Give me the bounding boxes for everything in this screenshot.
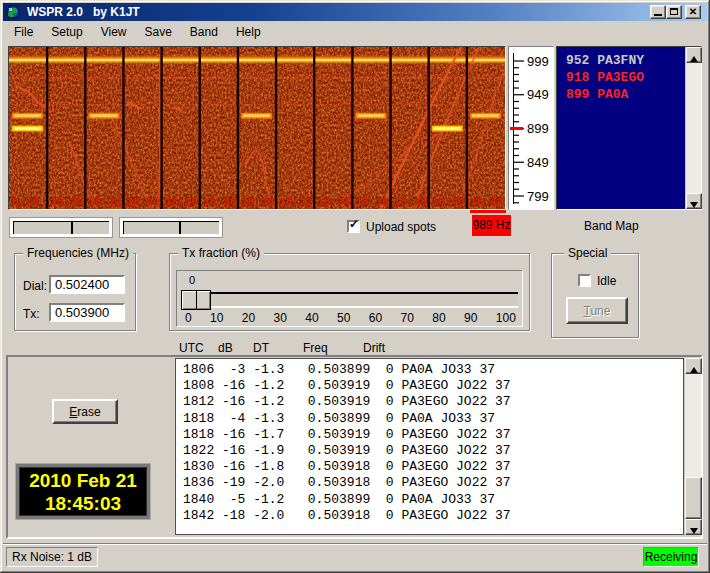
menu-bar: FileSetupViewSaveBandHelp bbox=[3, 21, 707, 43]
tx-fraction-tick: 30 bbox=[274, 311, 287, 325]
tx-fraction-thumb[interactable] bbox=[181, 290, 211, 310]
slider-thumb[interactable] bbox=[71, 222, 73, 234]
tx-fraction-slider[interactable]: 0 0102030405060708090100 bbox=[176, 270, 523, 327]
tx-fraction-value: 0 bbox=[189, 274, 195, 286]
decode-row[interactable]: 1818 -16 -1.7 0.503919 0 PA3EGO JO22 37 bbox=[183, 427, 683, 443]
decode-row[interactable]: 1842 -18 -2.0 0.503918 0 PA3EGO JO22 37 bbox=[183, 508, 683, 524]
minimize-button[interactable] bbox=[650, 5, 666, 19]
waterfall-time-label: 18:22 bbox=[88, 196, 121, 208]
scrollbar-thumb[interactable] bbox=[685, 477, 702, 519]
band-map-scrollbar[interactable] bbox=[685, 47, 701, 209]
triangle-up-icon bbox=[690, 367, 698, 373]
waterfall-time-label: 18:24 bbox=[126, 196, 159, 208]
tx-fraction-tick: 90 bbox=[464, 311, 477, 325]
erase-button[interactable]: Erase bbox=[52, 399, 118, 424]
window-title: WSPR 2.0 by K1JT bbox=[27, 5, 140, 19]
waterfall-time-label: 18:38 bbox=[394, 196, 427, 208]
svg-text:899: 899 bbox=[527, 121, 549, 136]
rx-freq-marker-line bbox=[470, 210, 506, 213]
menu-item-band[interactable]: Band bbox=[181, 21, 227, 43]
band-map-label: Band Map bbox=[584, 219, 639, 233]
tx-fraction-tick: 40 bbox=[305, 311, 318, 325]
tx-frequency-field[interactable] bbox=[49, 303, 125, 322]
maximize-icon bbox=[670, 8, 678, 15]
idle-checkbox[interactable]: ✓ bbox=[578, 274, 591, 287]
rx-noise-status: Rx Noise: 1 dB bbox=[6, 547, 98, 567]
svg-text:799: 799 bbox=[527, 189, 549, 204]
tx-fraction-group: Tx fraction (%) 0 0102030405060708090100 bbox=[169, 253, 530, 331]
waterfall-time-label: 18:26 bbox=[165, 196, 198, 208]
close-icon: ✕ bbox=[686, 6, 700, 18]
waterfall-svg bbox=[9, 47, 505, 209]
close-button[interactable]: ✕ bbox=[685, 5, 701, 19]
waterfall[interactable]: 8:1818:2018:2218:2418:2618:2818:3018:321… bbox=[8, 46, 506, 210]
dial-frequency-field[interactable] bbox=[49, 275, 125, 294]
triangle-down-icon bbox=[690, 528, 698, 534]
menu-item-save[interactable]: Save bbox=[136, 21, 181, 43]
band-map-entry[interactable]: 952 PA3FNY bbox=[566, 52, 685, 69]
waterfall-time-label: 18:28 bbox=[203, 196, 236, 208]
slider-thumb[interactable] bbox=[179, 222, 181, 234]
waterfall-time-label: 18:36 bbox=[355, 196, 388, 208]
decode-scrollbar[interactable] bbox=[684, 358, 701, 535]
waterfall-time-label: 18:32 bbox=[279, 196, 312, 208]
waterfall-time-label: 18:42 bbox=[470, 196, 503, 208]
waterfall-time-label: 18:20 bbox=[50, 196, 83, 208]
decode-row[interactable]: 1806 -3 -1.3 0.503899 0 PA0A JO33 37 bbox=[183, 362, 683, 378]
decode-row[interactable]: 1830 -16 -1.8 0.503918 0 PA3EGO JO22 37 bbox=[183, 459, 683, 475]
frequency-scale: 999949899849799 bbox=[508, 46, 554, 210]
checkmark-icon: ✓ bbox=[349, 218, 359, 230]
svg-text:949: 949 bbox=[527, 87, 549, 102]
decode-panel: Erase 2010 Feb 21 18:45:03 1806 -3 -1.3 … bbox=[6, 355, 703, 539]
decode-list[interactable]: 1806 -3 -1.3 0.503899 0 PA0A JO33 371808… bbox=[175, 358, 684, 535]
decode-col-drift: Drift bbox=[363, 341, 385, 355]
menu-item-file[interactable]: File bbox=[5, 21, 42, 43]
upload-spots-label: Upload spots bbox=[366, 220, 436, 234]
decode-col-freq: Freq bbox=[303, 341, 328, 355]
scroll-up-button[interactable] bbox=[686, 47, 702, 63]
waterfall-zero-slider[interactable] bbox=[119, 217, 223, 238]
menu-item-view[interactable]: View bbox=[92, 21, 136, 43]
tx-fraction-ticks: 0102030405060708090100 bbox=[185, 311, 516, 325]
decode-row[interactable]: 1840 -5 -1.2 0.503899 0 PA0A JO33 37 bbox=[183, 492, 683, 508]
band-map-entry[interactable]: 918 PA3EGO bbox=[566, 69, 685, 86]
dial-label: Dial: bbox=[23, 279, 47, 293]
scroll-down-button[interactable] bbox=[686, 193, 702, 209]
tx-fraction-tick: 10 bbox=[210, 311, 223, 325]
band-map-entry[interactable]: 899 PA0A bbox=[566, 86, 685, 103]
scroll-up-button[interactable] bbox=[685, 358, 702, 374]
svg-text:999: 999 bbox=[527, 54, 549, 69]
decode-col-utc: UTC bbox=[179, 341, 204, 355]
frequencies-group: Frequencies (MHz) Dial: Tx: bbox=[14, 253, 136, 331]
upload-spots-checkbox[interactable]: ✓ bbox=[347, 220, 360, 233]
svg-text:849: 849 bbox=[527, 155, 549, 170]
tx-fraction-group-title: Tx fraction (%) bbox=[178, 246, 264, 260]
tx-fraction-groove bbox=[181, 292, 518, 308]
waterfall-gain-slider[interactable] bbox=[9, 217, 113, 238]
frequencies-group-title: Frequencies (MHz) bbox=[23, 246, 133, 260]
decode-row[interactable]: 1812 -16 -1.2 0.503919 0 PA3EGO JO22 37 bbox=[183, 394, 683, 410]
decode-row[interactable]: 1818 -4 -1.3 0.503899 0 PA0A JO33 37 bbox=[183, 411, 683, 427]
mode-status: Receiving bbox=[643, 547, 699, 567]
clock-date: 2010 Feb 21 bbox=[19, 469, 147, 492]
clock-time: 18:45:03 bbox=[19, 492, 147, 515]
scroll-down-button[interactable] bbox=[685, 519, 702, 535]
tx-fraction-tick: 60 bbox=[369, 311, 382, 325]
waterfall-time-label: 18:40 bbox=[432, 196, 465, 208]
waterfall-time-label: 8:18 bbox=[12, 196, 38, 208]
tx-fraction-tick: 100 bbox=[496, 311, 516, 325]
decode-row[interactable]: 1822 -16 -1.9 0.503919 0 PA3EGO JO22 37 bbox=[183, 443, 683, 459]
minimize-icon bbox=[654, 14, 662, 16]
decode-row[interactable]: 1836 -19 -2.0 0.503918 0 PA3EGO JO22 37 bbox=[183, 475, 683, 491]
menu-item-setup[interactable]: Setup bbox=[42, 21, 91, 43]
status-bar-divider bbox=[3, 543, 707, 545]
triangle-up-icon bbox=[690, 56, 698, 62]
tune-button[interactable]: Tune bbox=[566, 297, 628, 324]
maximize-button[interactable] bbox=[666, 5, 682, 19]
waterfall-time-label: 18:34 bbox=[317, 196, 350, 208]
tx-fraction-tick: 0 bbox=[185, 311, 192, 325]
menu-item-help[interactable]: Help bbox=[227, 21, 270, 43]
band-map: 952 PA3FNY918 PA3EGO899 PA0A bbox=[556, 46, 702, 210]
decode-row[interactable]: 1808 -16 -1.2 0.503919 0 PA3EGO JO22 37 bbox=[183, 378, 683, 394]
freq-scale-svg: 999949899849799 bbox=[509, 47, 553, 209]
